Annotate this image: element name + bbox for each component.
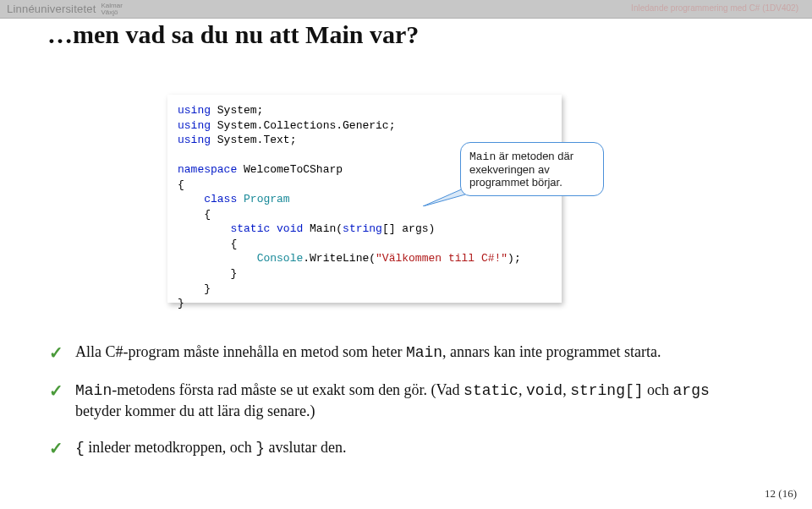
svg-marker-0 — [423, 188, 465, 206]
callout-pointer-icon — [423, 188, 465, 206]
slide-title: …men vad sa du nu att Main var? — [47, 20, 419, 49]
brand-sub: Kalmar Växjö — [102, 3, 123, 14]
brand-name: Linnéuniversitetet — [7, 3, 96, 15]
bullet-item: ✓ Main-metodens första rad måste se ut e… — [49, 380, 751, 422]
check-icon: ✓ — [49, 380, 63, 422]
callout-code: Main — [469, 151, 496, 163]
callout-box: Main är metoden där exekveringen av prog… — [460, 142, 604, 196]
page-number: 12 (16) — [765, 487, 797, 501]
check-icon: ✓ — [49, 437, 63, 460]
course-header: Inledande programmering med C# (1DV402) — [631, 3, 798, 13]
bullet-item: ✓ Alla C#-program måste innehålla en met… — [49, 342, 751, 364]
check-icon: ✓ — [49, 342, 63, 364]
code-sample: using System; using System.Collections.G… — [167, 95, 562, 303]
bullet-item: ✓ { inleder metodkroppen, och } avslutar… — [49, 437, 751, 460]
bullet-list: ✓ Alla C#-program måste innehålla en met… — [49, 342, 751, 475]
